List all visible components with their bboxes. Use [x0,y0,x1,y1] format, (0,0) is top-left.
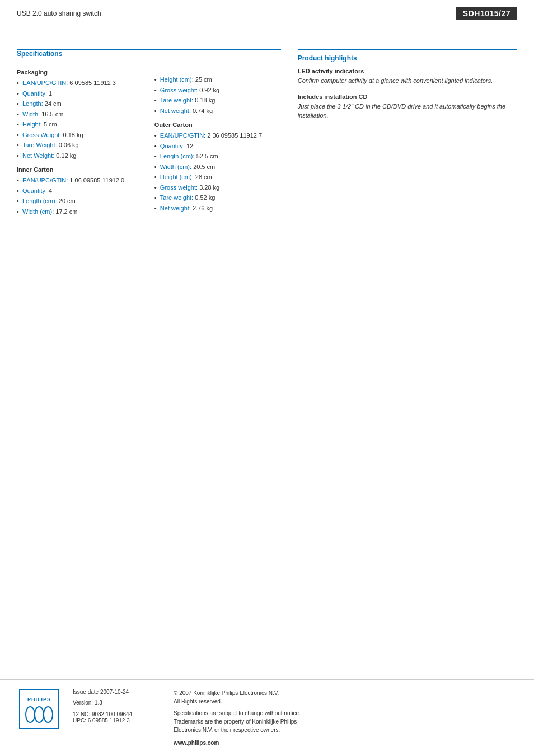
spec-value: 1 [49,90,52,97]
spec-value: 12 [186,143,193,149]
spec-label: Width (cm): [160,163,191,170]
spec-value: 0.06 kg [59,142,79,148]
spec-item: Width (cm): 17.2 cm [17,206,143,217]
version-label: Version: 1.3 [73,699,162,706]
highlight-title: LED activity indicators [298,68,517,74]
highlights-border: Product highlights [298,49,517,63]
footer-logo: PHILIPS [17,689,62,729]
packaging-list: EAN/UPC/GTIN: 6 09585 11912 3Quantity: 1… [17,78,143,161]
outer-carton-title: Outer Carton [154,121,281,128]
spec-label: Tare weight: [160,97,193,104]
highlight-item: LED activity indicators Confirm computer… [298,68,517,86]
highlight-title: Includes installation CD [298,93,517,100]
page-content: Specifications Packaging EAN/UPC/GTIN: 6… [0,35,534,220]
spec-value: 0.74 kg [193,107,213,114]
spec-item: Length: 24 cm [17,98,143,109]
spec-value: 3.28 kg [199,184,219,191]
svg-point-2 [26,707,35,722]
spec-label: Net weight: [160,205,191,212]
footer-info: Issue date 2007-10-24 Version: 1.3 12 NC… [73,689,162,724]
page-header: USB 2.0 auto sharing switch SDH1015/27 [0,0,534,26]
spec-label: Length (cm): [22,198,57,204]
spec-label: Gross Weight: [22,132,62,138]
spec-item: Quantity: 4 [17,186,143,196]
outer-carton-list: EAN/UPC/GTIN: 2 06 09585 11912 7Quantity… [154,130,281,213]
footer-upc: UPC: 6 09585 11912 3 [73,717,162,724]
specs-section-title: Specifications [17,49,281,59]
spec-label: Length (cm): [160,153,195,159]
packaging-section: Packaging EAN/UPC/GTIN: 6 09585 11912 3Q… [17,63,281,220]
inner-carton-list: EAN/UPC/GTIN: 1 06 09585 11912 0Quantity… [17,175,143,217]
spec-label: Quantity: [22,187,47,194]
spec-value: 52.5 cm [196,153,218,159]
issue-date-row: Issue date 2007-10-24 [73,689,162,696]
version-row: Version: 1.3 [73,699,162,707]
spec-value: 0.52 kg [195,194,215,201]
spec-label: Height: [22,121,42,128]
spec-item: EAN/UPC/GTIN: 2 06 09585 11912 7 [154,130,281,141]
spec-item: Length (cm): 52.5 cm [154,151,281,162]
product-code: SDH1015/27 [456,7,517,20]
footer-copyright: © 2007 Koninklijke Philips Electronics N… [174,689,517,706]
spec-value: 2.76 kg [193,205,213,212]
spec-item: Tare weight: 0.18 kg [154,95,281,106]
spec-item: Gross weight: 3.28 kg [154,182,281,193]
spec-item: Height (cm): 28 cm [154,172,281,182]
spec-value: 25 cm [195,76,212,83]
spec-label: EAN/UPC/GTIN: [160,132,205,139]
highlights-column: Product highlights LED activity indicato… [292,49,517,220]
spec-value: 24 cm [45,100,62,107]
spec-value: 6 09585 11912 3 [69,79,116,86]
spec-label: Tare Weight: [22,142,57,148]
spec-value: 0.18 kg [195,97,215,104]
spec-item: Gross weight: 0.92 kg [154,85,281,96]
highlight-item: Includes installation CD Just place the … [298,93,517,120]
spec-value: 0.12 kg [56,152,76,159]
packaging-right-list: Height (cm): 25 cmGross weight: 0.92 kgT… [154,74,281,116]
spec-value: 2 06 09585 11912 7 [207,132,262,139]
spec-value: 17.2 cm [55,208,77,215]
highlights-container: LED activity indicators Confirm computer… [298,68,517,120]
footer: PHILIPS Issue date 2007-10-24 Version: 1… [0,679,534,756]
svg-point-4 [44,707,53,722]
footer-legal: © 2007 Koninklijke Philips Electronics N… [174,689,517,747]
spec-value: 5 cm [44,121,57,128]
footer-nc-upc: 12 NC: 9082 100 09644 UPC: 6 09585 11912… [73,711,162,724]
spec-label: Height (cm): [160,76,194,83]
spec-value: 16.5 cm [41,111,63,118]
spec-label: Length: [22,100,43,107]
spec-label: Net weight: [160,107,191,114]
spec-label: Gross weight: [160,184,198,191]
spec-label: EAN/UPC/GTIN: [22,177,68,184]
spec-item: EAN/UPC/GTIN: 6 09585 11912 3 [17,78,143,88]
inner-carton-title: Inner Carton [17,166,143,173]
packaging-right: Height (cm): 25 cmGross weight: 0.92 kgT… [154,63,281,220]
footer-website: www.philips.com [174,739,517,747]
spec-label: Width: [22,111,40,118]
spec-item: Width: 16.5 cm [17,109,143,120]
spec-value: 0.92 kg [199,87,219,93]
svg-point-3 [35,707,44,722]
highlights-section-title: Product highlights [298,54,517,63]
spec-value: 0.18 kg [63,132,83,138]
issue-date-label: Issue date 2007-10-24 [73,689,162,695]
spec-item: Quantity: 12 [154,141,281,152]
spec-item: Height: 5 cm [17,119,143,130]
spec-item: Width (cm): 20.5 cm [154,162,281,172]
spec-item: Net weight: 0.74 kg [154,106,281,116]
spec-label: Width (cm): [22,208,54,215]
specs-column: Specifications Packaging EAN/UPC/GTIN: 6… [17,49,292,220]
spec-label: Net Weight: [22,152,54,159]
footer-specs-notice: Specifications are subject to change wit… [174,709,517,734]
highlight-desc: Just place the 3 1/2" CD in the CD/DVD d… [298,102,517,120]
spec-label: Quantity: [22,90,47,97]
spec-label: Quantity: [160,143,185,149]
philips-logo-svg: PHILIPS [19,689,59,729]
spec-item: Net weight: 2.76 kg [154,203,281,214]
spec-item: Net Weight: 0.12 kg [17,151,143,161]
spec-label: EAN/UPC/GTIN: [22,79,68,86]
spec-label: Tare weight: [160,194,193,201]
spec-item: Length (cm): 20 cm [17,196,143,206]
spec-value: 20.5 cm [193,163,215,170]
highlight-desc: Confirm computer activity at a glance wi… [298,76,517,86]
